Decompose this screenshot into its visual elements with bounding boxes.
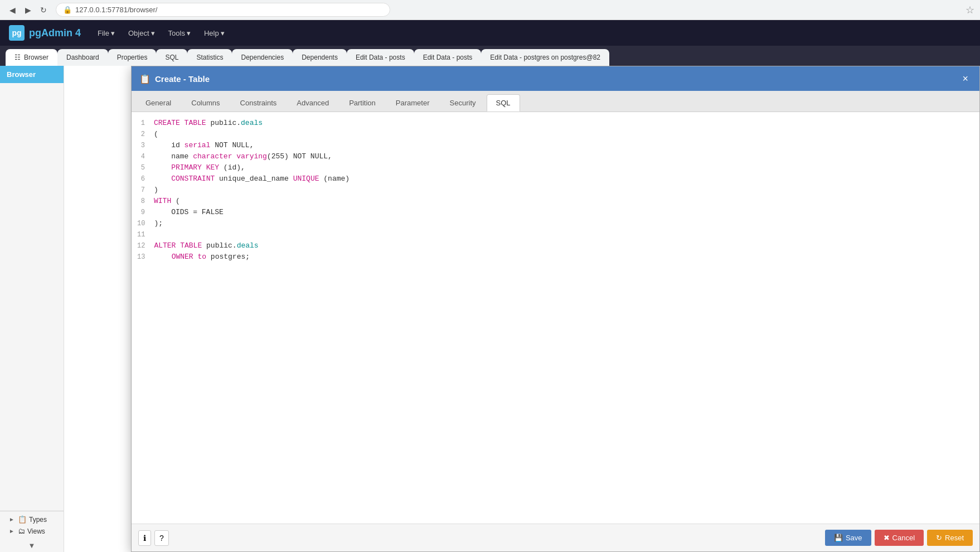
sidebar-scroll-down[interactable]: ▼ [0,539,64,552]
types-icon: 📋 [18,515,27,524]
menu-help[interactable]: Help ▾ [198,26,230,41]
url-text: 127.0.0.1:57781/browser/ [75,6,157,14]
chevron-down-icon: ▾ [111,29,115,37]
tab-columns[interactable]: Columns [182,94,229,112]
sidebar-item-label: Types [29,516,47,524]
content-area: 📋 Create - Table × General Columns Const… [64,66,980,552]
app-name: pgAdmin 4 [29,27,81,39]
back-button[interactable]: ◀ [6,3,19,17]
sidebar-header: Browser [0,66,64,83]
sql-editor[interactable]: 1 CREATE TABLE public.deals 2 ( 3 id ser… [132,112,979,524]
browser-icon: ☷ [14,54,21,61]
cancel-icon: ✖ [884,534,890,542]
sidebar: Browser ► 📋 Types ► 🗂 Views ▼ [0,66,64,552]
code-line: 8 WITH ( [137,196,974,207]
tab-properties[interactable]: Properties [108,49,157,66]
code-line: 3 id serial NOT NULL, [137,140,974,151]
code-line: 6 CONSTRAINT unique_deal_name UNIQUE (na… [137,173,974,185]
tab-edit-data-posts1[interactable]: Edit Data - posts [347,49,414,66]
menu-tools[interactable]: Tools ▾ [163,26,196,41]
views-icon: 🗂 [18,527,25,535]
bookmark-button[interactable]: ☆ [966,4,974,16]
expand-arrow-icon: ► [9,528,16,534]
tab-edit-data-posts2[interactable]: Edit Data - posts [414,49,482,66]
footer-right: 💾 Save ✖ Cancel ↻ Reset [825,530,973,546]
chevron-down-icon: ▾ [151,29,155,37]
info-button[interactable]: ℹ [138,530,151,546]
code-line: 2 ( [137,129,974,140]
dialog-title: Create - Table [155,74,954,84]
save-icon: 💾 [834,534,843,542]
menu-file[interactable]: File ▾ [92,26,120,41]
menu-bar: File ▾ Object ▾ Tools ▾ Help ▾ [92,26,230,41]
address-bar[interactable]: 🔒 127.0.0.1:57781/browser/ [56,3,390,17]
logo-icon: pg [9,25,25,41]
lock-icon: 🔒 [63,6,72,14]
dialog-footer: ℹ ? 💾 Save ✖ Cancel ↻ [132,524,979,551]
footer-left: ℹ ? [138,530,169,546]
table-icon: 📋 [139,74,151,84]
tab-edit-data-postgres[interactable]: Edit Data - postgres on postgres@82 [481,49,609,66]
reload-button[interactable]: ↻ [37,3,50,17]
tab-browser[interactable]: ☷ Browser [6,49,57,66]
tab-constraints[interactable]: Constraints [231,94,287,112]
code-line: 1 CREATE TABLE public.deals [137,118,974,129]
code-line: 7 ) [137,185,974,196]
pgadmin-header: pg pgAdmin 4 File ▾ Object ▾ Tools ▾ Hel… [0,20,980,46]
help-button[interactable]: ? [154,530,169,546]
code-line: 10 ); [137,218,974,229]
close-button[interactable]: × [959,72,972,86]
create-table-dialog: 📋 Create - Table × General Columns Const… [131,66,980,552]
tab-advanced[interactable]: Advanced [287,94,338,112]
tab-partition[interactable]: Partition [339,94,385,112]
tab-dependents[interactable]: Dependents [293,49,347,66]
tab-general[interactable]: General [136,94,181,112]
reset-icon: ↻ [936,534,942,542]
chevron-down-icon: ▼ [28,541,36,550]
sidebar-item-label: Views [27,527,45,535]
expand-arrow-icon: ► [9,516,16,522]
tab-sql-active[interactable]: SQL [487,94,520,112]
code-line: 11 [137,229,974,240]
tab-parameter[interactable]: Parameter [386,94,439,112]
tab-statistics[interactable]: Statistics [187,49,232,66]
sidebar-item-views[interactable]: ► 🗂 Views [4,525,59,537]
chevron-down-icon: ▾ [187,29,191,37]
menu-object[interactable]: Object ▾ [123,26,161,41]
browser-tabs: ☷ Browser Dashboard Properties SQL Stati… [0,46,980,66]
tab-dependencies[interactable]: Dependencies [232,49,293,66]
chevron-down-icon: ▾ [221,29,225,37]
dialog-overlay: 📋 Create - Table × General Columns Const… [64,66,980,552]
code-line: 12 ALTER TABLE public.deals [137,240,974,251]
save-button[interactable]: 💾 Save [825,530,871,546]
nav-buttons: ◀ ▶ ↻ [6,3,50,17]
cancel-button[interactable]: ✖ Cancel [875,530,924,546]
code-line: 9 OIDS = FALSE [137,207,974,218]
sidebar-title: Browser [7,70,36,79]
tab-security[interactable]: Security [440,94,486,112]
code-line: 13 OWNER to postgres; [137,251,974,263]
forward-button[interactable]: ▶ [21,3,35,17]
browser-chrome: ◀ ▶ ↻ 🔒 127.0.0.1:57781/browser/ ☆ [0,0,980,20]
sidebar-item-types[interactable]: ► 📋 Types [4,514,59,525]
dialog-header: 📋 Create - Table × [132,66,979,91]
tab-dashboard[interactable]: Dashboard [57,49,108,66]
code-line: 4 name character varying(255) NOT NULL, [137,151,974,162]
reset-button[interactable]: ↻ Reset [927,530,973,546]
sidebar-tree [0,83,64,511]
main-layout: Browser ► 📋 Types ► 🗂 Views ▼ [0,66,980,552]
code-line: 5 PRIMARY KEY (id), [137,162,974,173]
pgadmin-logo: pg pgAdmin 4 [9,25,81,41]
dialog-tabs: General Columns Constraints Advanced Par… [132,91,979,112]
tab-sql[interactable]: SQL [156,49,187,66]
